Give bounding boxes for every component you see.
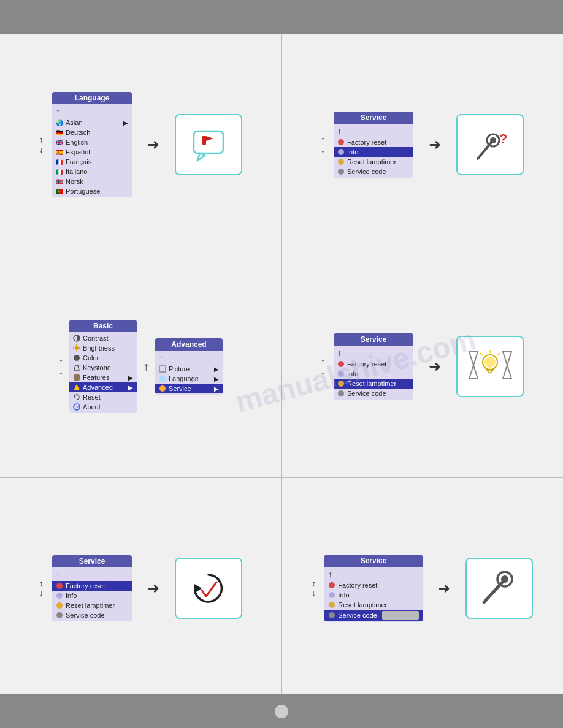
section-reset-lamptimer: ↑ ↓ Service ↑ Factory reset Info: [282, 256, 563, 477]
sl-factory-reset[interactable]: Factory reset: [334, 359, 413, 369]
lang-english[interactable]: 🇬🇧 English: [52, 137, 132, 147]
svg-point-49: [56, 612, 63, 618]
svc-factory-reset[interactable]: Factory reset: [334, 137, 413, 147]
sf-info[interactable]: Info: [52, 591, 132, 601]
svg-point-46: [56, 583, 63, 589]
wrench-question-icon: ?: [469, 125, 511, 165]
svg-point-52: [329, 592, 335, 598]
basic-brightness[interactable]: Brightness: [69, 343, 137, 353]
svg-point-30: [338, 381, 344, 387]
arrow-s5: ➜: [429, 358, 441, 375]
basic-keystone[interactable]: Keystone: [69, 363, 137, 373]
arrow-s6: ➜: [438, 580, 450, 597]
svg-marker-43: [503, 365, 511, 379]
basic-color[interactable]: Color: [69, 353, 137, 363]
svg-marker-33: [469, 365, 478, 379]
info-icon: [337, 148, 345, 156]
sf-service-code[interactable]: Service code: [52, 610, 132, 620]
svg-marker-42: [503, 352, 511, 365]
svg-text:?: ?: [499, 131, 507, 146]
svg-point-6: [338, 159, 344, 165]
sf-factory-reset[interactable]: Factory reset: [52, 581, 132, 591]
svc-reset-lamp[interactable]: Reset lamptimer: [334, 157, 413, 167]
svg-line-39: [480, 353, 483, 355]
preview-lamp-timer: [456, 336, 524, 397]
service-wrench-icon: [478, 569, 521, 609]
adv-picture[interactable]: Picture ▶: [155, 364, 223, 374]
svg-point-4: [338, 139, 344, 145]
language-menu: Language ↑ 🌏 Asian ▶ 🇩🇪 Deutsch: [52, 92, 132, 197]
sl-service-code[interactable]: Service code: [334, 389, 413, 398]
svg-point-7: [338, 169, 344, 175]
service-code-body: ↑ Factory reset Info Reset lamptimer: [324, 567, 423, 622]
lang-espanol[interactable]: 🇪🇸 Español: [52, 147, 132, 157]
basic-about[interactable]: ? About: [69, 402, 137, 412]
svg-point-57: [501, 575, 508, 583]
sc-factory-reset[interactable]: Factory reset: [324, 580, 423, 590]
bottom-bar: [0, 694, 563, 728]
svg-line-8: [478, 140, 493, 159]
preview-service-code: [465, 558, 533, 619]
service-code-menu: Service ↑ Factory reset Info Reset lampt…: [324, 555, 423, 622]
svg-marker-1: [197, 153, 205, 161]
nav-arrows-4: ↑ ↓: [39, 578, 44, 598]
svg-point-27: [159, 385, 166, 392]
svg-point-53: [329, 602, 335, 608]
sf-reset-lamp[interactable]: Reset lamptimer: [52, 601, 132, 610]
svg-rect-20: [74, 374, 80, 381]
basic-features[interactable]: Features ▶: [69, 373, 137, 382]
sl-info[interactable]: Info: [334, 369, 413, 379]
nav-arrows-6: ↑ ↓: [312, 578, 316, 598]
svg-point-26: [159, 376, 166, 382]
svg-point-13: [75, 346, 79, 350]
advanced-title: Advanced: [155, 338, 223, 351]
adv-service[interactable]: Service ▶: [155, 384, 223, 393]
language-body: ↑ 🌏 Asian ▶ 🇩🇪 Deutsch 🇬🇧 English: [52, 104, 132, 197]
basic-reset[interactable]: Reset: [69, 392, 137, 402]
preview-factory-reset: [175, 558, 242, 619]
svc-info[interactable]: Info: [334, 147, 413, 157]
svc-code[interactable]: Service code: [334, 167, 413, 176]
basic-body: Contrast Brightness Color Keystone: [69, 332, 137, 413]
language-title: Language: [52, 92, 132, 104]
service-factory-title: Service: [52, 555, 132, 567]
svg-point-31: [338, 390, 344, 396]
lang-norsk[interactable]: 🇳🇴 Norsk: [52, 176, 132, 186]
basic-menu: Basic Contrast Brightness Color: [69, 320, 137, 413]
svg-rect-0: [194, 131, 223, 153]
svg-text:?: ?: [76, 404, 79, 410]
sc-reset-lamp[interactable]: Reset lamptimer: [324, 600, 423, 610]
preview-language: [175, 114, 242, 175]
svg-marker-21: [74, 384, 80, 390]
advanced-menu: Advanced ↑ Picture ▶ Language ▶: [155, 338, 223, 395]
section-factory-reset: ↑ ↓ Service ↑ Factory reset Info: [0, 477, 282, 699]
sc-info[interactable]: Info: [324, 590, 423, 600]
service-info-title: Service: [334, 112, 413, 124]
lang-francais[interactable]: 🇫🇷 Français: [52, 157, 132, 167]
arrow-s4: ➜: [147, 580, 159, 597]
service-code-input-bar[interactable]: [382, 611, 419, 620]
svg-marker-3: [206, 136, 213, 141]
service-lamp-body: ↑ Factory reset Info Reset lamptimer: [334, 346, 413, 400]
basic-contrast[interactable]: Contrast: [69, 333, 137, 343]
sc-service-code[interactable]: Service code: [324, 610, 423, 621]
nav-arrows-1: ↑ ↓: [39, 135, 44, 154]
lang-portuguese[interactable]: 🇵🇹 Portuguese: [52, 186, 132, 196]
lang-asian[interactable]: 🌏 Asian ▶: [52, 118, 132, 127]
svg-point-29: [338, 371, 344, 377]
svg-rect-25: [159, 366, 166, 372]
svg-marker-19: [74, 365, 79, 370]
basic-title: Basic: [69, 320, 137, 332]
section-language: ↑ ↓ Language ↑ 🌏 Asian ▶ 🇩🇪: [0, 34, 282, 256]
svg-marker-32: [469, 352, 478, 365]
adv-language[interactable]: Language ▶: [155, 374, 223, 384]
sl-reset-lamp[interactable]: Reset lamptimer: [334, 379, 413, 389]
service-info-body: ↑ Factory reset Info Reset lamptimer: [334, 124, 413, 178]
basic-advanced[interactable]: Advanced ▶: [69, 382, 137, 392]
lang-italiano[interactable]: 🇮🇹 Italiano: [52, 167, 132, 176]
lang-deutsch[interactable]: 🇩🇪 Deutsch: [52, 127, 132, 137]
lamp-icon: [337, 158, 345, 165]
code-icon: [337, 168, 345, 175]
top-bar: [0, 0, 563, 34]
arrow-s1: ➜: [147, 136, 159, 153]
